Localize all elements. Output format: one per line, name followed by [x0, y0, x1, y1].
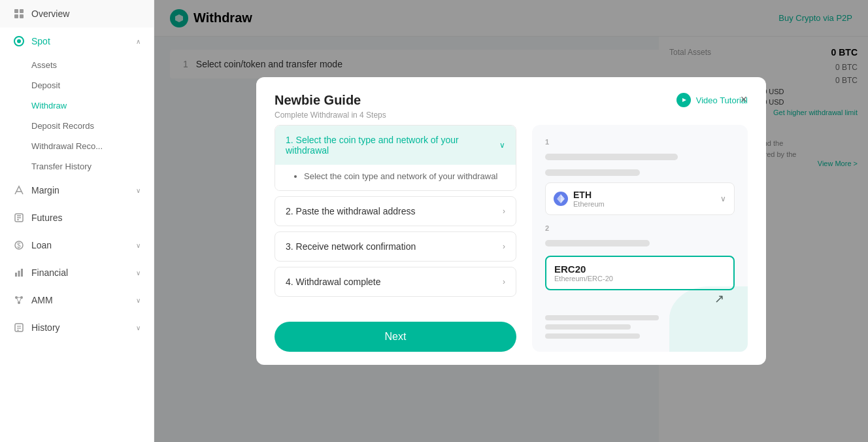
- step-2-header[interactable]: 2. Paste the withdrawal address ›: [275, 197, 516, 226]
- chevron-up-icon: ∧: [136, 38, 141, 45]
- circle-icon: [13, 35, 25, 47]
- sidebar-sub-transfer-history[interactable]: Transfer History: [0, 156, 154, 177]
- sidebar-sub-withdrawal-records[interactable]: Withdrawal Reco...: [0, 136, 154, 156]
- preview-section-1-num: 1: [545, 138, 735, 146]
- chevron-down-icon-step1: ∨: [499, 141, 505, 150]
- chevron-down-icon: ∨: [136, 324, 141, 332]
- amm-icon: [13, 294, 25, 306]
- chevron-down-icon: ∨: [136, 297, 141, 304]
- erc20-sub: Ethereum/ERC-20: [554, 275, 726, 282]
- preview-placeholder-bar-2: [545, 169, 640, 176]
- preview-bar-b3: [545, 333, 640, 339]
- chevron-right-icon-step4: ›: [503, 277, 505, 286]
- sidebar-item-label: Overview: [31, 8, 69, 19]
- loan-icon: $: [13, 239, 25, 251]
- sidebar-item-label: Futures: [31, 212, 62, 223]
- teal-watermark: [669, 286, 748, 352]
- svg-rect-13: [15, 273, 17, 277]
- preview-bar-b1: [545, 315, 659, 320]
- sidebar-sub-deposit-records[interactable]: Deposit Records: [0, 116, 154, 136]
- preview-bar-b2: [545, 324, 631, 330]
- step-4-header[interactable]: 4. Withdrawal complete ›: [275, 267, 516, 296]
- modal-preview: 1 ETH Ethereum ∨: [532, 125, 748, 352]
- futures-icon: [13, 212, 25, 224]
- step-item-2: 2. Paste the withdrawal address ›: [275, 196, 516, 226]
- sidebar-item-overview[interactable]: Overview: [0, 0, 154, 27]
- margin-icon: [13, 184, 25, 196]
- chevron-down-icon: ∨: [136, 242, 141, 249]
- financial-icon: [13, 267, 25, 279]
- sidebar-item-margin[interactable]: Margin ∨: [0, 177, 154, 204]
- sidebar-item-financial[interactable]: Financial ∨: [0, 259, 154, 286]
- step-1-body: Select the coin type and network of your…: [275, 165, 516, 190]
- next-button[interactable]: Next: [275, 322, 516, 352]
- preview-placeholder-bar-1: [545, 154, 678, 160]
- sidebar-item-label: History: [31, 322, 60, 333]
- eth-label: ETH: [573, 190, 605, 200]
- sidebar-item-label: Margin: [31, 185, 59, 196]
- sidebar-item-label: AMM: [31, 295, 53, 305]
- sidebar-item-label: Spot: [31, 36, 50, 46]
- modal-subtitle: Complete Withdrawal in 4 Steps: [275, 110, 386, 120]
- grid-icon: [13, 8, 25, 20]
- svg-rect-3: [20, 14, 24, 18]
- modal-title-block: Newbie Guide Complete Withdrawal in 4 St…: [275, 93, 386, 120]
- step-3-header[interactable]: 3. Receive network confirmation ›: [275, 232, 516, 261]
- preview-section-2-num: 2: [545, 224, 735, 232]
- eth-dropdown-chevron: ∨: [720, 194, 726, 203]
- step-2-label: 2. Paste the withdrawal address: [286, 206, 415, 216]
- history-icon: [13, 322, 25, 333]
- eth-logo: [554, 192, 568, 206]
- svg-marker-26: [682, 98, 686, 102]
- svg-rect-0: [14, 9, 18, 13]
- sidebar-item-label: Financial: [31, 267, 68, 278]
- svg-rect-14: [18, 271, 20, 277]
- chevron-right-icon-step2: ›: [503, 207, 505, 216]
- step-1-header[interactable]: 1. Select the coin type and network of y…: [275, 126, 516, 165]
- step-4-label: 4. Withdrawal complete: [286, 277, 381, 287]
- chevron-down-icon: ∨: [136, 269, 141, 277]
- step-item-1: 1. Select the coin type and network of y…: [275, 125, 516, 191]
- sidebar-sub-assets[interactable]: Assets: [0, 55, 154, 75]
- step-1-label: 1. Select the coin type and network of y…: [286, 135, 499, 156]
- svg-rect-2: [14, 14, 18, 18]
- svg-line-21: [19, 298, 22, 303]
- preview-placeholder-bar-3: [545, 240, 650, 246]
- sidebar-item-label: Loan: [31, 240, 52, 250]
- svg-rect-15: [21, 269, 23, 277]
- modal-steps: 1. Select the coin type and network of y…: [275, 125, 516, 352]
- modal-top-row: Newbie Guide Complete Withdrawal in 4 St…: [256, 77, 766, 125]
- step-item-4: 4. Withdrawal complete ›: [275, 267, 516, 297]
- svg-line-20: [16, 298, 19, 303]
- modal-body: 1. Select the coin type and network of y…: [256, 125, 766, 365]
- sidebar-item-spot[interactable]: Spot ∧: [0, 27, 154, 55]
- modal-overlay[interactable]: Newbie Guide Complete Withdrawal in 4 St…: [154, 0, 868, 442]
- sidebar: Overview Spot ∧ Assets Deposit Withdraw …: [0, 0, 154, 442]
- modal-title: Newbie Guide: [275, 93, 386, 108]
- step-3-label: 3. Receive network confirmation: [286, 241, 416, 252]
- sidebar-item-history[interactable]: History ∨: [0, 314, 154, 341]
- sidebar-sub-withdraw[interactable]: Withdraw: [0, 95, 154, 116]
- chevron-right-icon-step3: ›: [503, 242, 505, 251]
- svg-rect-1: [20, 9, 24, 13]
- sidebar-item-loan[interactable]: $ Loan ∨: [0, 231, 154, 259]
- eth-sub: Ethereum: [573, 200, 605, 208]
- svg-text:$: $: [17, 242, 21, 249]
- modal-close-button[interactable]: ×: [735, 90, 753, 109]
- erc20-title: ERC20: [554, 264, 726, 275]
- sidebar-item-amm[interactable]: AMM ∨: [0, 286, 154, 314]
- chevron-down-icon: ∨: [136, 187, 141, 194]
- sidebar-item-futures[interactable]: Futures: [0, 204, 154, 231]
- newbie-guide-modal: Newbie Guide Complete Withdrawal in 4 St…: [256, 77, 766, 365]
- step-item-3: 3. Receive network confirmation ›: [275, 231, 516, 262]
- main-content: Withdraw Buy Crypto via P2P 1 Select coi…: [154, 0, 868, 442]
- preview-eth-row: ETH Ethereum ∨: [545, 182, 735, 215]
- erc20-card: ERC20 Ethereum/ERC-20: [545, 256, 735, 290]
- sidebar-sub-deposit[interactable]: Deposit: [0, 75, 154, 95]
- play-icon: [676, 93, 691, 107]
- svg-point-5: [17, 39, 21, 43]
